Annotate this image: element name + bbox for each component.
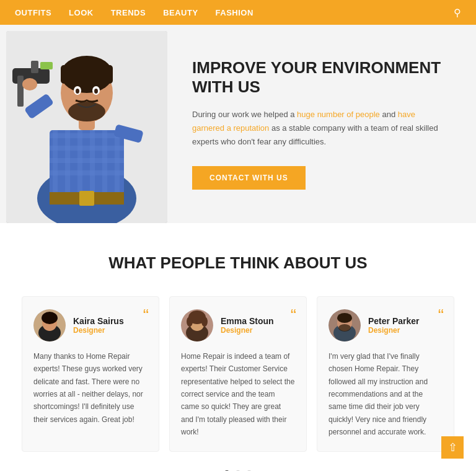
- testimonial-card: Emma Stoun Designer “ Home Repair is ind…: [169, 296, 307, 452]
- testimonials-section: WHAT PEOPLE THINK ABOUT US Kaira Sairus …: [0, 223, 476, 471]
- card-header: Peter Parker Designer: [328, 309, 443, 341]
- nav-link-outfits[interactable]: OUTFITS: [15, 8, 51, 17]
- reviewer-role: Designer: [368, 326, 420, 335]
- svg-rect-14: [79, 191, 94, 206]
- search-icon[interactable]: ⚲: [454, 7, 461, 19]
- reviewer-name: Kaira Sairus: [73, 316, 124, 326]
- hero-person-image: [6, 31, 167, 223]
- svg-point-26: [68, 102, 105, 121]
- navbar: OUTFITSLOOKTRENDSBEAUTYFASHION ⚲: [0, 0, 476, 25]
- avatar: [33, 309, 66, 341]
- card-header: Kaira Sairus Designer: [33, 309, 148, 341]
- quote-icon: “: [291, 307, 296, 324]
- reviewer-role: Designer: [73, 326, 124, 335]
- contact-with-us-button[interactable]: CONTACT WITH US: [192, 166, 306, 190]
- svg-rect-19: [17, 76, 24, 107]
- reviewer-name: Peter Parker: [368, 316, 420, 326]
- hero-section: IMPROVE YOUR ENVIRONMENT WITH US During …: [0, 25, 476, 223]
- svg-point-40: [187, 317, 193, 327]
- svg-rect-20: [40, 62, 53, 69]
- nav-link-look[interactable]: LOOK: [69, 8, 94, 17]
- svg-point-41: [201, 317, 208, 327]
- svg-point-35: [45, 315, 54, 322]
- quote-icon: “: [438, 307, 444, 324]
- nav-link-beauty[interactable]: BEAUTY: [163, 8, 198, 17]
- hero-content: IMPROVE YOUR ENVIRONMENT WITH US During …: [174, 33, 476, 215]
- avatar: [181, 309, 213, 341]
- nav-link-fashion[interactable]: FASHION: [216, 8, 253, 17]
- review-text: Home Repair is indeed a team of experts!…: [181, 350, 295, 439]
- testimonial-card: Kaira Sairus Designer “ Many thanks to H…: [22, 296, 159, 452]
- hero-image-area: [0, 25, 174, 223]
- hero-title: IMPROVE YOUR ENVIRONMENT WITH US: [192, 58, 445, 97]
- svg-rect-6: [50, 170, 124, 175]
- testimonials-title: WHAT PEOPLE THINK ABOUT US: [15, 253, 461, 274]
- review-text: Many thanks to Home Repair experts! Thes…: [33, 350, 148, 426]
- nav-link-trends[interactable]: TRENDS: [111, 8, 146, 17]
- quote-icon: “: [143, 307, 149, 324]
- card-header: Emma Stoun Designer: [181, 309, 295, 341]
- avatar: [328, 309, 361, 341]
- nav-links: OUTFITSLOOKTRENDSBEAUTYFASHION: [15, 8, 253, 17]
- svg-rect-18: [31, 61, 38, 73]
- svg-point-29: [76, 89, 79, 94]
- reviewer-name: Emma Stoun: [221, 316, 274, 326]
- svg-rect-5: [50, 158, 124, 163]
- svg-point-46: [338, 324, 351, 332]
- svg-rect-25: [61, 65, 113, 84]
- review-text: I'm very glad that I've finally chosen H…: [328, 350, 443, 439]
- svg-point-45: [337, 313, 352, 323]
- testimonials-grid: Kaira Sairus Designer “ Many thanks to H…: [15, 296, 461, 452]
- testimonial-card: Peter Parker Designer “ I'm very glad th…: [317, 296, 454, 452]
- reviewer-role: Designer: [221, 326, 274, 335]
- hero-description: During our work we helped a huge number …: [192, 108, 445, 149]
- svg-rect-3: [50, 133, 124, 138]
- scroll-up-button[interactable]: ⇧: [441, 436, 464, 459]
- svg-point-21: [22, 78, 37, 90]
- svg-point-30: [94, 89, 98, 94]
- svg-rect-4: [50, 146, 124, 151]
